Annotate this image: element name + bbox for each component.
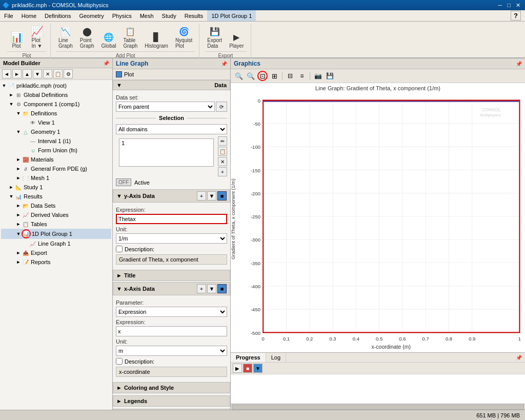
progress-play-button[interactable]: ▶ [233,364,242,373]
tree-item-definitions[interactable]: ▼ 📁 Definitions [1,109,111,118]
tree-item-general-form-pde[interactable]: ► ∂ General Form PDE (g) [1,164,111,173]
maximize-button[interactable]: □ [505,2,513,9]
x-axis-down-button[interactable]: ▼ [207,284,216,293]
minimize-button[interactable]: ─ [496,2,504,9]
tree-item-materials[interactable]: ► 🧱 Materials [1,155,111,164]
x-axis-section-header[interactable]: ▼ x-Axis Data + ▼ ■ [113,282,230,295]
x-unit-select[interactable]: m [116,346,227,356]
tree-item-tables[interactable]: ► 📋 Tables [1,219,111,229]
x-axis-color-button[interactable]: ■ [217,284,227,293]
show-grid-button[interactable]: ⊟ [285,71,295,81]
nav-forward-button[interactable]: ► [12,69,22,78]
progress-tab-log[interactable]: Log [266,353,286,362]
x-description-checkbox[interactable] [116,358,123,365]
ribbon-btn-player[interactable]: ▶ Player [227,29,246,50]
y-description-label: Description: [125,246,154,252]
selection-edit-button[interactable]: ✏ [218,136,227,146]
dataset-select[interactable]: From parent [116,102,215,112]
progress-stop-button[interactable]: ■ [243,364,252,373]
selection-paste-button[interactable]: 📋 [218,147,227,156]
ribbon-btn-histogram[interactable]: ▊ Histogram [142,29,171,50]
pin-model-builder[interactable]: 📌 [103,61,109,66]
menu-mesh[interactable]: Mesh [136,10,158,21]
menu-file[interactable]: File [0,10,17,21]
tree-item-export[interactable]: ► 📤 Export [1,248,111,257]
y-axis-section-header[interactable]: ▼ y-Axis Data + ▼ ■ [113,189,230,203]
ribbon-btn-point-graph[interactable]: ⬤ PointGraph [77,24,97,50]
data-section-header[interactable]: ▼ Data [113,80,230,90]
y-axis-color-button[interactable]: ■ [217,191,227,201]
selection-delete-button[interactable]: ✕ [218,157,227,166]
menu-study[interactable]: Study [158,10,180,21]
settings-button[interactable]: ⚙ [64,69,73,78]
dataset-refresh-button[interactable]: ⟳ [216,102,227,112]
nav-down-button[interactable]: ▼ [33,69,42,78]
y-axis-add-button[interactable]: + [197,191,206,201]
export-image-button[interactable]: 💾 [325,71,335,81]
selection-move-button[interactable]: + [218,167,227,176]
tree-item-mesh1[interactable]: ► ⋮⋮ Mesh 1 [1,173,111,183]
tree-item-geometry1[interactable]: ▼ △ Geometry 1 [1,127,111,136]
tree-item-line-graph1[interactable]: 📈 Line Graph 1 [1,239,111,248]
y-unit-select[interactable]: 1/m [116,233,227,244]
tree-item-reports[interactable]: ► 📝 Reports [1,257,111,267]
menu-physics[interactable]: Physics [108,10,136,21]
menu-1d-plot-group[interactable]: 1D Plot Group 1 [207,10,256,21]
tree-item-global-def[interactable]: ► ⊞ Global Definitions [1,90,111,99]
tree-item-1d-plot-group[interactable]: ▼ 📊 1D Plot Group 1 [1,229,111,239]
active-toggle[interactable]: OFF [116,178,131,186]
x-axis-add-button[interactable]: + [197,284,206,293]
ribbon-btn-table-graph[interactable]: 📋 TableGraph [121,24,140,50]
copy-button[interactable]: 📋 [53,69,63,78]
tree-item-derived-values[interactable]: ► 📈 Derived Values [1,210,111,219]
h-scrollbar-thumb[interactable] [232,405,524,410]
pin-progress[interactable]: 📌 [516,355,522,361]
ribbon-btn-global[interactable]: 🌐 Global [99,29,119,50]
menu-home[interactable]: Home [17,10,41,21]
ribbon-btn-line-graph[interactable]: 📉 LineGraph [56,24,75,50]
x-parameter-select[interactable]: Expression [116,307,227,317]
ribbon-btn-export-data[interactable]: 💾 ExportData [205,24,225,50]
tree-item-view1[interactable]: 👁 View 1 [1,118,111,127]
tree-item-interval1[interactable]: — Interval 1 (i1) [1,136,111,146]
title-section-header[interactable]: ► Title [113,270,230,281]
ribbon-btn-plot-in[interactable]: 📈 PlotIn ▼ [28,24,46,50]
zoom-window-button[interactable]: ⊞ [269,71,279,81]
tree-item-results[interactable]: ▼ 📊 Results [1,192,111,201]
tree-label-reports: Reports [31,259,51,265]
pin-graphics[interactable]: 📌 [516,61,522,67]
tree-item-component1[interactable]: ▼ ⚙ Component 1 (comp1) [1,99,111,109]
show-legend-button[interactable]: ≡ [297,71,307,81]
collapse-button[interactable]: ✕ [43,69,52,78]
coloring-section-header[interactable]: ► Coloring and Style [113,382,230,393]
zoom-in-button[interactable]: 🔍 [234,71,244,81]
menu-results[interactable]: Results [180,10,208,21]
zoom-extents-button[interactable]: ⊡ [257,71,268,81]
svg-text:Multiphysics: Multiphysics [480,113,501,117]
nav-up-button[interactable]: ▲ [23,69,32,78]
progress-color-button[interactable]: ▼ [253,364,262,373]
quality-section-header[interactable]: ► Quality [113,409,230,410]
tree-item-study1[interactable]: ► 📐 Study 1 [1,183,111,192]
y-axis-down-button[interactable]: ▼ [207,191,216,201]
progress-tab-progress[interactable]: Progress [231,353,266,362]
tree-item-datasets[interactable]: ► 📂 Data Sets [1,201,111,210]
legends-section-header[interactable]: ► Legends [113,395,230,407]
ribbon-btn-plot[interactable]: 📊 Plot [7,29,26,50]
ribbon-btn-nyquist[interactable]: 🌀 NyquistPlot [173,24,195,50]
menu-geometry[interactable]: Geometry [75,10,108,21]
nav-back-button[interactable]: ◄ [2,69,11,78]
menu-definitions[interactable]: Definitions [41,10,75,21]
pin-line-graph[interactable]: 📌 [221,61,227,67]
zoom-out-button[interactable]: 🔍 [246,71,256,81]
close-button[interactable]: ✕ [514,2,522,9]
h-scrollbar[interactable] [231,404,525,410]
tree-item-root[interactable]: ▼ 📄 priklad6c.mph (root) [1,81,111,90]
y-expression-input[interactable]: Thetax [116,214,227,224]
y-description-checkbox[interactable] [116,246,123,252]
screenshot-button[interactable]: 📷 [313,71,323,81]
help-button[interactable]: ? [511,11,521,21]
selection-type-select[interactable]: All domains [116,124,227,134]
x-expression-input[interactable]: x [116,326,227,336]
tree-item-form-union[interactable]: ∪ Form Union (fn) [1,146,111,155]
